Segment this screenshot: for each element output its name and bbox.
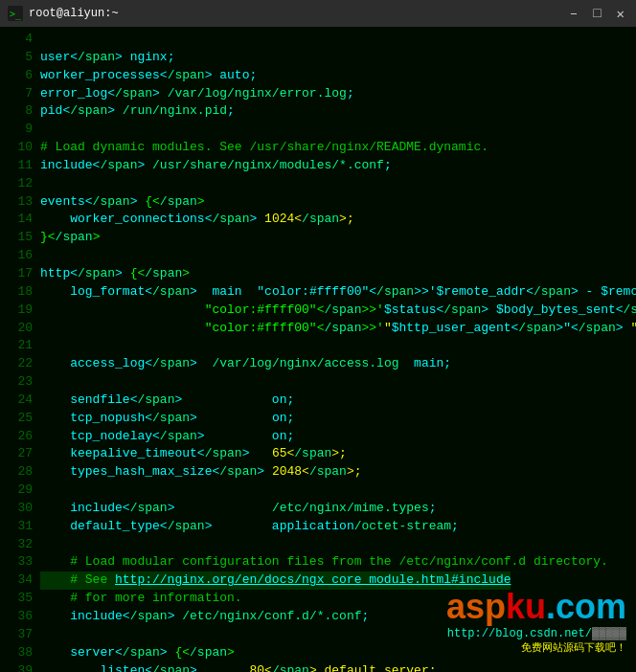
line-number: 4 bbox=[6, 31, 33, 49]
line-number: 21 bbox=[6, 337, 33, 355]
line-number: 6 bbox=[6, 67, 33, 85]
title-controls: – □ ✕ bbox=[566, 6, 628, 22]
terminal-line: 13events</span> {</span> bbox=[6, 193, 630, 212]
line-number: 8 bbox=[6, 102, 33, 121]
line-number: 23 bbox=[6, 373, 33, 392]
terminal-line: 16 bbox=[6, 247, 630, 265]
line-number: 34 bbox=[6, 571, 33, 590]
line-number: 25 bbox=[6, 410, 33, 428]
watermark-url: http://blog.csdn.net/▓▓▓▓▓ bbox=[447, 627, 626, 640]
terminal-line: 4 bbox=[6, 31, 630, 49]
terminal-line: 22 access_log</span> /var/log/nginx/acce… bbox=[6, 355, 630, 373]
terminal-line: 19 "color:#ffff00"</span>>'$status</span… bbox=[6, 302, 630, 320]
terminal-line: 23 bbox=[6, 373, 630, 392]
terminal-line: 8pid</span> /run/nginx.pid; bbox=[6, 102, 630, 121]
terminal-line: 30 include</span> /etc/nginx/mime.types; bbox=[6, 500, 630, 518]
line-number: 28 bbox=[6, 463, 33, 482]
line-number: 30 bbox=[6, 500, 33, 518]
terminal-line: 29 bbox=[6, 482, 630, 500]
line-number: 35 bbox=[6, 590, 33, 608]
line-number: 27 bbox=[6, 445, 33, 463]
terminal-icon: >_ bbox=[8, 6, 23, 21]
line-number: 17 bbox=[6, 265, 33, 283]
title-text: root@aliyun:~ bbox=[29, 7, 119, 20]
line-number: 22 bbox=[6, 355, 33, 373]
line-number: 32 bbox=[6, 536, 33, 554]
line-number: 33 bbox=[6, 553, 33, 571]
line-number: 20 bbox=[6, 320, 33, 338]
terminal-line: 25 tcp_nopush</span> on; bbox=[6, 410, 630, 428]
terminal-line: 15}</span> bbox=[6, 229, 630, 247]
line-number: 10 bbox=[6, 139, 33, 157]
line-number: 7 bbox=[6, 85, 33, 103]
terminal-line: 17http</span> {</span> bbox=[6, 265, 630, 283]
terminal-line: 26 tcp_nodelay</span> on; bbox=[6, 428, 630, 446]
terminal-line: 20 "color:#ffff00"</span>>'"$http_user_a… bbox=[6, 320, 630, 338]
title-bar: >_ root@aliyun:~ – □ ✕ bbox=[0, 0, 636, 27]
line-number: 31 bbox=[6, 518, 33, 536]
terminal: 4 5user</span> nginx;6worker_processes</… bbox=[0, 27, 636, 672]
terminal-line: 6worker_processes</span> auto; bbox=[6, 67, 630, 85]
line-number: 37 bbox=[6, 626, 33, 644]
terminal-line: 7error_log</span> /var/log/nginx/error.l… bbox=[6, 85, 630, 103]
terminal-line: 21 bbox=[6, 337, 630, 355]
line-number: 15 bbox=[6, 229, 33, 247]
line-number: 19 bbox=[6, 302, 33, 320]
line-number: 11 bbox=[6, 157, 33, 175]
terminal-line: 27 keepalive_timeout</span> 65</span>; bbox=[6, 445, 630, 463]
terminal-line: 12 bbox=[6, 175, 630, 193]
terminal-line: 39 listen</span> 80</span> default_serve… bbox=[6, 662, 630, 672]
line-number: 14 bbox=[6, 211, 33, 229]
line-number: 29 bbox=[6, 482, 33, 500]
terminal-line: 10# Load dynamic modules. See /usr/share… bbox=[6, 139, 630, 157]
terminal-line: 9 bbox=[6, 121, 630, 139]
line-number: 36 bbox=[6, 608, 33, 626]
terminal-line: 32 bbox=[6, 536, 630, 554]
line-number: 13 bbox=[6, 193, 33, 212]
terminal-line: 14 worker_connections</span> 1024</span>… bbox=[6, 211, 630, 229]
line-number: 16 bbox=[6, 247, 33, 265]
line-number: 5 bbox=[6, 49, 33, 67]
close-btn[interactable]: ✕ bbox=[613, 6, 628, 22]
watermark-free: 免费网站源码下载吧！ bbox=[521, 640, 626, 655]
line-number: 12 bbox=[6, 175, 33, 193]
line-number: 9 bbox=[6, 121, 33, 139]
terminal-line: 5user</span> nginx; bbox=[6, 49, 630, 67]
terminal-line: 31 default_type</span> application/octet… bbox=[6, 518, 630, 536]
line-number: 39 bbox=[6, 662, 33, 672]
watermark-brand: aspku.com bbox=[446, 587, 626, 627]
terminal-line: 24 sendfile</span> on; bbox=[6, 392, 630, 410]
line-number: 24 bbox=[6, 392, 33, 410]
maximize-btn[interactable]: □ bbox=[589, 6, 604, 22]
minimize-btn[interactable]: – bbox=[566, 6, 581, 22]
terminal-line: 18 log_format</span> main "color:#ffff00… bbox=[6, 283, 630, 302]
line-number: 18 bbox=[6, 283, 33, 302]
line-number: 38 bbox=[6, 644, 33, 662]
line-number: 26 bbox=[6, 428, 33, 446]
terminal-line: 28 types_hash_max_size</span> 2048</span… bbox=[6, 463, 630, 482]
terminal-line: 33 # Load modular configuration files fr… bbox=[6, 553, 630, 571]
watermark: aspku.com http://blog.csdn.net/▓▓▓▓▓ 免费网… bbox=[446, 587, 626, 655]
svg-text:>_: >_ bbox=[10, 9, 22, 20]
terminal-line: 11include</span> /usr/share/nginx/module… bbox=[6, 157, 630, 175]
